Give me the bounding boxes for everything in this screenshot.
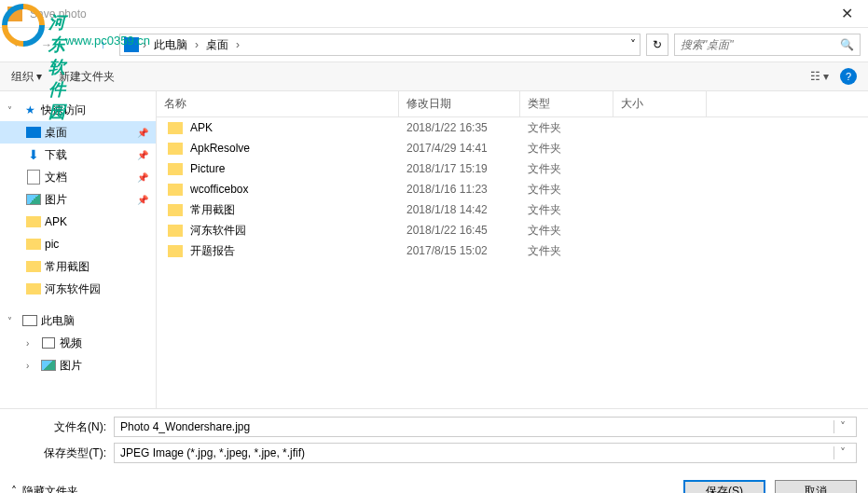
window-title: Save photo xyxy=(30,7,826,21)
column-name[interactable]: 名称 xyxy=(157,91,399,116)
chevron-right-icon[interactable]: › xyxy=(236,38,240,51)
breadcrumb[interactable]: › 此电脑 › 桌面 › ˅ xyxy=(119,34,641,56)
filename-input[interactable] xyxy=(120,420,834,433)
chevron-right-icon[interactable]: › xyxy=(143,38,146,51)
breadcrumb-desktop[interactable]: 桌面 xyxy=(202,37,232,53)
sidebar-label: 视频 xyxy=(60,336,82,351)
pin-icon: 📌 xyxy=(137,150,148,160)
folder-icon xyxy=(26,216,41,227)
pin-icon: 📌 xyxy=(137,195,148,205)
file-list-header: 名称 修改日期 类型 大小 xyxy=(157,91,868,117)
sidebar-item-thispc[interactable]: ˅ 此电脑 xyxy=(0,309,156,332)
file-date: 2018/1/16 11:23 xyxy=(406,183,528,196)
newfolder-button[interactable]: 新建文件夹 xyxy=(59,69,115,85)
sidebar-item-desktop[interactable]: 桌面 📌 xyxy=(0,121,156,144)
organize-button[interactable]: 组织 ▾ xyxy=(11,69,42,85)
column-size[interactable]: 大小 xyxy=(613,91,707,116)
sidebar-label: 图片 xyxy=(45,192,67,208)
search-input[interactable] xyxy=(681,38,840,51)
save-form: 文件名(N): ˅ 保存类型(T): JPEG Image (*.jpg, *.… xyxy=(0,408,868,480)
file-type: 文件夹 xyxy=(528,141,621,157)
pc-icon xyxy=(22,315,37,326)
file-type: 文件夹 xyxy=(528,161,621,177)
picture-icon xyxy=(41,360,56,371)
sidebar-item-pic[interactable]: pic xyxy=(0,233,156,255)
filename-input-wrap[interactable]: ˅ xyxy=(114,417,857,437)
sidebar-item-quick[interactable]: ˅ ★ 快速访问 xyxy=(0,99,156,121)
filetype-select[interactable]: JPEG Image (*.jpg, *.jpeg, *.jpe, *.jfif… xyxy=(114,443,857,463)
sidebar-item-apk[interactable]: APK xyxy=(0,211,156,233)
sidebar-label: 文档 xyxy=(45,170,67,185)
chevron-right-icon[interactable]: › xyxy=(195,38,199,51)
sidebar-label: 河东软件园 xyxy=(45,281,101,297)
file-type: 文件夹 xyxy=(528,223,621,239)
document-icon xyxy=(27,170,40,185)
sidebar-label: 快速访问 xyxy=(41,103,86,118)
save-button[interactable]: 保存(S) xyxy=(683,480,765,493)
sidebar-item-documents[interactable]: 文档 📌 xyxy=(0,166,156,188)
up-button[interactable]: ↑ xyxy=(91,34,114,56)
sidebar-item-downloads[interactable]: ⬇ 下载 📌 xyxy=(0,144,156,166)
file-row[interactable]: 常用截图 2018/1/18 14:42 文件夹 xyxy=(157,199,868,220)
file-name: 常用截图 xyxy=(190,202,406,218)
breadcrumb-pc[interactable]: 此电脑 xyxy=(150,37,191,53)
sidebar-label: 下载 xyxy=(45,147,67,163)
file-name: Picture xyxy=(190,162,406,175)
sidebar-item-videos[interactable]: › 视频 xyxy=(0,332,156,354)
back-button[interactable]: ← xyxy=(7,34,30,56)
file-row[interactable]: 开题报告 2017/8/15 15:02 文件夹 xyxy=(157,240,868,261)
folder-icon xyxy=(26,283,41,294)
sidebar: ˅ ★ 快速访问 桌面 📌 ⬇ 下载 📌 文档 📌 图片 📌 APK xyxy=(0,91,157,408)
file-name: ApkResolve xyxy=(190,142,406,155)
expand-icon[interactable]: › xyxy=(26,361,37,371)
close-button[interactable]: ✕ xyxy=(826,0,868,28)
navbar: ← → ˅ ↑ › 此电脑 › 桌面 › ˅ ↻ 🔍 xyxy=(0,28,868,62)
desktop-icon xyxy=(26,127,41,138)
view-button[interactable]: ☷ ▾ xyxy=(810,70,829,83)
sidebar-item-screenshots[interactable]: 常用截图 xyxy=(0,255,156,278)
file-row[interactable]: APK 2018/1/22 16:35 文件夹 xyxy=(157,117,868,138)
sidebar-item-pictures2[interactable]: › 图片 xyxy=(0,354,156,377)
file-name: APK xyxy=(190,121,406,134)
file-row[interactable]: wcofficebox 2018/1/16 11:23 文件夹 xyxy=(157,179,868,199)
hide-folders-button[interactable]: ˄ 隐藏文件夹 xyxy=(11,484,78,494)
search-box[interactable]: 🔍 xyxy=(674,34,861,56)
sidebar-label: 图片 xyxy=(60,358,82,374)
expand-icon[interactable]: ˅ xyxy=(7,105,19,116)
pin-icon: 📌 xyxy=(137,172,148,183)
toolbar: 组织 ▾ 新建文件夹 ☷ ▾ ? xyxy=(0,62,868,91)
filename-label: 文件名(N): xyxy=(11,419,114,435)
cancel-button[interactable]: 取消 xyxy=(775,480,857,493)
help-button[interactable]: ? xyxy=(840,68,857,85)
picture-icon xyxy=(26,194,41,205)
app-icon xyxy=(7,7,22,21)
download-icon: ⬇ xyxy=(26,147,41,162)
search-icon[interactable]: 🔍 xyxy=(840,38,854,51)
sidebar-item-hedong[interactable]: 河东软件园 xyxy=(0,278,156,300)
file-row[interactable]: 河东软件园 2018/1/22 16:45 文件夹 xyxy=(157,220,868,240)
chevron-up-icon: ˄ xyxy=(11,485,17,493)
expand-icon[interactable]: › xyxy=(26,338,37,349)
sidebar-label: 常用截图 xyxy=(45,259,90,275)
file-row[interactable]: Picture 2018/1/17 15:19 文件夹 xyxy=(157,158,868,179)
breadcrumb-dropdown[interactable]: ˅ xyxy=(630,38,636,51)
recent-button[interactable]: ˅ xyxy=(63,34,86,56)
file-name: 开题报告 xyxy=(190,243,406,259)
dropdown-icon[interactable]: ˅ xyxy=(834,446,850,459)
sidebar-item-pictures[interactable]: 图片 📌 xyxy=(0,188,156,211)
hide-folders-label: 隐藏文件夹 xyxy=(22,484,78,494)
file-date: 2017/8/15 15:02 xyxy=(406,244,528,257)
file-list: 名称 修改日期 类型 大小 APK 2018/1/22 16:35 文件夹 Ap… xyxy=(157,91,868,408)
file-date: 2018/1/22 16:35 xyxy=(406,121,528,134)
expand-icon[interactable]: ˅ xyxy=(7,316,19,326)
pin-icon: 📌 xyxy=(137,128,148,138)
folder-icon xyxy=(168,184,183,196)
dropdown-icon[interactable]: ˅ xyxy=(834,420,850,433)
column-type[interactable]: 类型 xyxy=(520,91,613,116)
file-row[interactable]: ApkResolve 2017/4/29 14:41 文件夹 xyxy=(157,138,868,158)
filetype-value: JPEG Image (*.jpg, *.jpeg, *.jpe, *.jfif… xyxy=(120,446,834,459)
file-type: 文件夹 xyxy=(528,120,621,136)
column-date[interactable]: 修改日期 xyxy=(399,91,520,116)
video-icon xyxy=(42,337,55,349)
refresh-button[interactable]: ↻ xyxy=(646,34,668,56)
